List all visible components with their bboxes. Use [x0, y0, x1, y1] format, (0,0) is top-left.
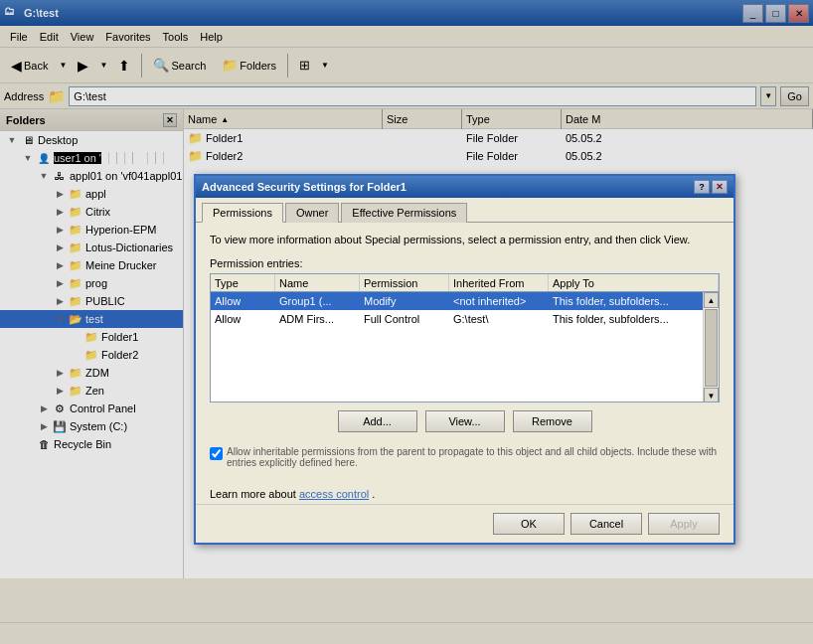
dialog-action-buttons: Add... View... Remove: [210, 402, 720, 440]
learn-more-period: .: [372, 488, 375, 500]
inherit-checkbox-row: Allow inheritable permissions from the p…: [210, 440, 720, 474]
scroll-thumb[interactable]: [705, 309, 718, 387]
perm-row-0[interactable]: Allow Group1 (... Modify <not inherited>…: [211, 292, 703, 310]
perm-perm-0: Modify: [360, 292, 449, 310]
learn-more-section: Learn more about access control .: [196, 484, 733, 504]
perm-name-1: ADM Firs...: [275, 310, 360, 328]
dialog-close-button[interactable]: ✕: [712, 180, 728, 194]
tab-effective-permissions[interactable]: Effective Permissions: [341, 203, 467, 223]
scrollbar[interactable]: ▲ ▼: [703, 292, 719, 402]
col-from-header: Inherited From: [449, 274, 549, 291]
col-type-header: Type: [211, 274, 275, 291]
dialog-content: To view more information about Special p…: [196, 223, 733, 484]
dialog-title-buttons: ? ✕: [694, 180, 728, 194]
perm-scroll-area: Allow Group1 (... Modify <not inherited>…: [211, 292, 719, 402]
advanced-security-dialog: Advanced Security Settings for Folder1 ?…: [194, 174, 735, 545]
view-button[interactable]: View...: [425, 410, 505, 432]
dialog-title-text: Advanced Security Settings for Folder1: [202, 181, 406, 193]
perm-from-1: G:\test\: [449, 310, 549, 328]
cancel-button[interactable]: Cancel: [570, 513, 642, 535]
access-control-link[interactable]: access control: [299, 488, 369, 500]
inherit-checkbox[interactable]: [210, 447, 223, 460]
permissions-table: Type Name Permission Inherited From Appl…: [210, 273, 720, 402]
dialog-footer: OK Cancel Apply: [196, 504, 733, 543]
tab-owner[interactable]: Owner: [285, 203, 339, 223]
perm-type-1: Allow: [211, 310, 275, 328]
col-perm-header: Permission: [360, 274, 449, 291]
ok-button[interactable]: OK: [493, 513, 565, 535]
inherit-label: Allow inheritable permissions from the p…: [227, 446, 720, 468]
col-apply-header: Apply To: [549, 274, 719, 291]
apply-button[interactable]: Apply: [648, 513, 720, 535]
remove-button[interactable]: Remove: [513, 410, 592, 432]
perm-entries-label: Permission entries:: [210, 257, 720, 269]
scroll-up[interactable]: ▲: [704, 292, 719, 308]
perm-type-0: Allow: [211, 292, 275, 310]
dialog-description: To view more information about Special p…: [210, 233, 720, 247]
perm-from-0: <not inherited>: [449, 292, 549, 310]
scroll-down[interactable]: ▼: [704, 388, 719, 402]
dialog-tabs: Permissions Owner Effective Permissions: [196, 198, 733, 223]
perm-row-1[interactable]: Allow ADM Firs... Full Control G:\test\ …: [211, 310, 703, 328]
add-button[interactable]: Add...: [338, 410, 417, 432]
perm-apply-0: This folder, subfolders...: [549, 292, 703, 310]
perm-perm-1: Full Control: [360, 310, 449, 328]
col-name-header: Name: [275, 274, 360, 291]
perm-apply-1: This folder, subfolders...: [549, 310, 703, 328]
perm-table-header: Type Name Permission Inherited From Appl…: [211, 274, 719, 292]
perm-name-0: Group1 (...: [275, 292, 360, 310]
tab-permissions[interactable]: Permissions: [202, 203, 283, 223]
learn-more-prefix: Learn more about: [210, 488, 299, 500]
dialog-help-button[interactable]: ?: [694, 180, 710, 194]
dialog-title-bar: Advanced Security Settings for Folder1 ?…: [196, 176, 733, 198]
